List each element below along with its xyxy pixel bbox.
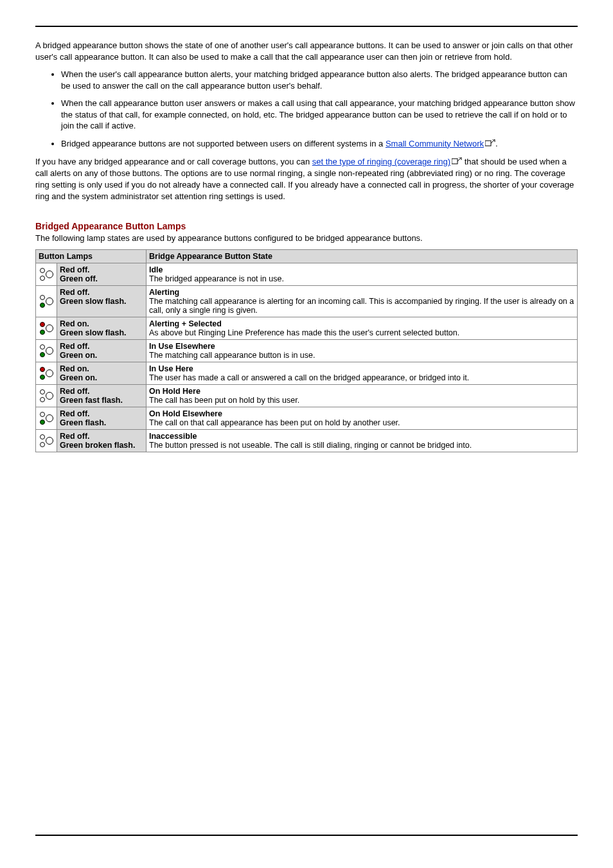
- state-title: On Hold Here: [149, 387, 574, 396]
- lamp-icon: [36, 317, 57, 339]
- svg-point-22: [46, 414, 53, 421]
- table-row: Red off.Green slow flash.AlertingThe mat…: [36, 285, 578, 317]
- state-title: Idle: [149, 265, 574, 274]
- lamp-icon: [36, 339, 57, 362]
- coverage-paragraph: If you have any bridged appearance and o…: [35, 156, 578, 202]
- lamp-icon: [36, 429, 57, 452]
- state-desc: The bridged appearance is not in use.: [149, 274, 284, 283]
- table-row: Red off.Green flash.On Hold ElsewhereThe…: [36, 407, 578, 429]
- state-desc: The matching call appearance button is i…: [149, 351, 315, 360]
- popup-indicator-icon: [485, 139, 495, 150]
- svg-point-8: [40, 322, 45, 326]
- lamp-icon: [36, 384, 57, 407]
- bullet3-suffix: .: [495, 139, 498, 148]
- bullet-item: Bridged appearance buttons are not suppo…: [61, 138, 578, 150]
- lamp-label: Red off.Green broken flash.: [57, 429, 147, 452]
- state-desc: As above but Ringing Line Preference has…: [149, 328, 459, 337]
- lamp-state: Alerting + SelectedAs above but Ringing …: [147, 317, 578, 339]
- lamp-label: Red off.Green on.: [57, 339, 147, 362]
- lamp-label: Red off.Green off.: [57, 263, 147, 285]
- svg-point-12: [40, 352, 45, 357]
- bullet-item: When the user's call appearance button a…: [61, 69, 578, 91]
- svg-point-9: [40, 330, 45, 334]
- lamp-state-table: Button Lamps Bridge Appearance Button St…: [35, 249, 578, 452]
- popup-indicator-icon: [452, 157, 462, 168]
- svg-point-4: [46, 270, 53, 278]
- lamp-label: Red on.Green on.: [57, 362, 147, 384]
- state-desc: The call has been put on hold by this us…: [149, 396, 299, 405]
- coverage-ring-link[interactable]: set the type of ringing (coverage ring): [312, 157, 450, 166]
- table-row: Red on.Green slow flash.Alerting + Selec…: [36, 317, 578, 339]
- state-title: In Use Here: [149, 364, 574, 373]
- table-header-lamps: Button Lamps: [36, 249, 147, 263]
- table-header-state: Bridge Appearance Button State: [147, 249, 578, 263]
- lamp-icon: [36, 263, 57, 285]
- lamp-label: Red off.Green flash.: [57, 407, 147, 429]
- lamp-state: On Hold HereThe call has been put on hol…: [147, 384, 578, 407]
- bullet-list: When the user's call appearance button a…: [35, 69, 578, 150]
- svg-point-16: [46, 369, 53, 376]
- svg-point-3: [40, 276, 45, 280]
- table-row: Red off.Green fast flash.On Hold HereThe…: [36, 384, 578, 407]
- lamp-icon: [36, 285, 57, 317]
- state-desc: The button pressed is not useable. The c…: [149, 441, 472, 450]
- svg-point-5: [40, 295, 45, 299]
- state-title: Alerting: [149, 288, 574, 297]
- lamp-icon: [36, 362, 57, 384]
- svg-point-18: [40, 397, 45, 402]
- lamp-label: Red off.Green slow flash.: [57, 285, 147, 317]
- svg-rect-1: [452, 159, 458, 164]
- bottom-divider: [35, 835, 578, 836]
- svg-point-13: [46, 347, 53, 354]
- lamp-state: In Use ElsewhereThe matching call appear…: [147, 339, 578, 362]
- svg-point-2: [40, 268, 45, 272]
- svg-point-14: [40, 367, 45, 371]
- table-row: Red off.Green broken flash.InaccessibleT…: [36, 429, 578, 452]
- svg-point-20: [40, 412, 45, 416]
- svg-point-7: [46, 297, 53, 305]
- state-title: Alerting + Selected: [149, 319, 574, 328]
- section-heading: Bridged Appearance Button Lamps: [35, 221, 578, 231]
- svg-point-15: [40, 375, 45, 379]
- lamp-label: Red on.Green slow flash.: [57, 317, 147, 339]
- state-title: On Hold Elsewhere: [149, 409, 574, 418]
- lamp-icon: [36, 407, 57, 429]
- svg-point-25: [46, 437, 53, 444]
- para2-prefix: If you have any bridged appearance and o…: [35, 157, 312, 166]
- lamp-state: In Use HereThe user has made a call or a…: [147, 362, 578, 384]
- svg-point-10: [46, 324, 53, 332]
- state-desc: The user has made a call or answered a c…: [149, 373, 469, 382]
- state-desc: The matching call appearance is alerting…: [149, 297, 574, 315]
- state-title: In Use Elsewhere: [149, 342, 574, 351]
- bullet-item: When the call appearance button user ans…: [61, 98, 578, 132]
- intro-paragraph: A bridged appearance button shows the st…: [35, 40, 578, 62]
- small-community-network-link[interactable]: Small Community Network: [386, 139, 484, 148]
- table-row: Red off.Green off.IdleThe bridged appear…: [36, 263, 578, 285]
- lamp-label: Red off.Green fast flash.: [57, 384, 147, 407]
- state-desc: The call on that call appearance has bee…: [149, 418, 400, 427]
- top-divider: [35, 26, 578, 27]
- lamp-state: InaccessibleThe button pressed is not us…: [147, 429, 578, 452]
- svg-point-19: [46, 392, 53, 399]
- svg-point-21: [40, 420, 45, 424]
- section-subtext: The following lamp states are used by ap…: [35, 233, 578, 244]
- lamp-state: AlertingThe matching call appearance is …: [147, 285, 578, 317]
- svg-point-23: [40, 434, 45, 439]
- svg-point-11: [40, 344, 45, 349]
- lamp-state: On Hold ElsewhereThe call on that call a…: [147, 407, 578, 429]
- state-title: Inaccessible: [149, 432, 574, 441]
- table-row: Red on.Green on.In Use HereThe user has …: [36, 362, 578, 384]
- svg-point-17: [40, 389, 45, 394]
- lamp-state: IdleThe bridged appearance is not in use…: [147, 263, 578, 285]
- svg-point-6: [40, 303, 45, 307]
- table-row: Red off.Green on.In Use ElsewhereThe mat…: [36, 339, 578, 362]
- svg-point-24: [40, 442, 45, 447]
- svg-rect-0: [485, 141, 491, 146]
- bullet3-prefix: Bridged appearance buttons are not suppo…: [61, 139, 386, 148]
